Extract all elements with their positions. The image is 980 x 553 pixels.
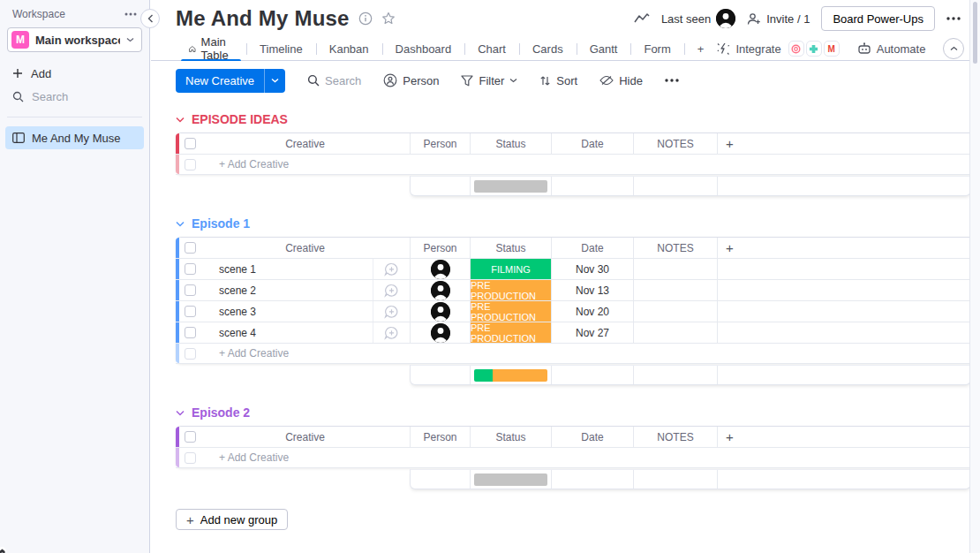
star-icon[interactable] <box>381 11 396 26</box>
add-new-group-button[interactable]: + Add new group <box>176 509 288 530</box>
notes-cell[interactable] <box>633 322 717 343</box>
column-header-creative[interactable]: Creative <box>200 427 410 447</box>
tab-gantt[interactable]: Gantt <box>577 37 631 60</box>
add-item-label[interactable]: + Add Creative <box>200 448 971 467</box>
row-checkbox[interactable] <box>185 306 196 317</box>
person-cell[interactable] <box>410 301 470 322</box>
open-updates-button[interactable] <box>373 301 410 322</box>
person-cell[interactable] <box>410 259 470 279</box>
sidebar-item-board[interactable]: Me And My Muse <box>5 126 144 149</box>
row-checkbox[interactable] <box>185 263 196 275</box>
row-checkbox[interactable] <box>185 159 196 170</box>
info-icon[interactable] <box>358 11 373 26</box>
table-row[interactable]: scene 4 PRE PRODUCTION Nov 27 <box>176 322 971 344</box>
chevron-down-icon[interactable] <box>176 410 185 416</box>
column-header-date[interactable]: Date <box>551 133 633 154</box>
add-column-button[interactable]: + <box>717 238 971 258</box>
column-header-date[interactable]: Date <box>551 238 633 258</box>
workspace-selector[interactable]: M Main workspace <box>7 27 142 52</box>
column-header-person[interactable]: Person <box>410 427 470 447</box>
tab-dashboard[interactable]: Dashboard <box>382 37 465 60</box>
sidebar-collapse-button[interactable] <box>140 9 160 28</box>
person-cell[interactable] <box>410 322 470 343</box>
automate-button[interactable]: Automate <box>857 42 926 56</box>
group-title[interactable]: Episode 2 <box>176 405 971 420</box>
column-header-person[interactable]: Person <box>410 133 470 154</box>
toolbar-menu-dots-icon[interactable] <box>665 79 679 82</box>
column-header-notes[interactable]: NOTES <box>633 238 717 258</box>
table-row[interactable]: scene 2 PRE PRODUCTION Nov 13 <box>176 280 971 301</box>
notes-cell[interactable] <box>633 259 717 279</box>
board-menu-dots-icon[interactable] <box>946 17 961 20</box>
status-cell[interactable]: PRE PRODUCTION <box>470 301 551 322</box>
item-name[interactable]: scene 2 <box>200 280 373 300</box>
select-all-checkbox[interactable] <box>185 431 196 443</box>
item-name[interactable]: scene 3 <box>200 301 373 322</box>
add-item-row[interactable]: + Add Creative <box>176 344 971 364</box>
last-seen[interactable]: Last seen <box>661 9 735 28</box>
date-cell[interactable]: Nov 20 <box>551 301 633 322</box>
chevron-down-icon[interactable] <box>176 117 185 123</box>
search-button[interactable]: Search <box>307 74 361 87</box>
open-updates-button[interactable] <box>373 259 410 279</box>
add-item-row[interactable]: + Add Creative <box>176 155 971 175</box>
status-battery[interactable] <box>474 473 547 486</box>
select-all-checkbox[interactable] <box>185 138 196 149</box>
board-power-ups-button[interactable]: Board Power-Ups <box>821 6 935 31</box>
notes-cell[interactable] <box>633 301 717 322</box>
tab-form[interactable]: Form <box>630 37 683 60</box>
new-item-button[interactable]: New Creative <box>176 69 285 93</box>
group-title[interactable]: EPISODE IDEAS <box>176 111 971 127</box>
scrollbar-thumb[interactable] <box>973 2 977 64</box>
right-scroll-rail[interactable] <box>969 0 980 553</box>
workspace-menu-dots-icon[interactable] <box>124 12 137 16</box>
date-cell[interactable]: Nov 13 <box>551 280 633 300</box>
status-battery[interactable] <box>474 369 547 382</box>
add-column-button[interactable]: + <box>717 133 971 154</box>
table-row[interactable]: scene 3 PRE PRODUCTION Nov 20 <box>176 301 971 322</box>
column-header-status[interactable]: Status <box>470 238 551 258</box>
invite-button[interactable]: Invite / 1 <box>747 12 810 26</box>
sort-button[interactable]: Sort <box>539 74 577 87</box>
tab-timeline[interactable]: Timeline <box>246 37 316 60</box>
tab-cards[interactable]: Cards <box>519 37 577 60</box>
status-battery[interactable] <box>474 180 547 193</box>
column-header-notes[interactable]: NOTES <box>633 133 717 154</box>
person-filter-button[interactable]: Person <box>383 73 439 87</box>
add-item-label[interactable]: + Add Creative <box>200 344 971 363</box>
sidebar-search[interactable]: Search <box>12 87 137 106</box>
add-item-row[interactable]: + Add Creative <box>176 448 971 468</box>
sidebar-add-button[interactable]: Add <box>12 64 137 83</box>
activity-icon[interactable] <box>634 13 650 24</box>
column-header-status[interactable]: Status <box>470 133 551 154</box>
date-cell[interactable]: Nov 30 <box>551 259 633 279</box>
status-cell[interactable]: PRE PRODUCTION <box>470 280 551 300</box>
add-item-label[interactable]: + Add Creative <box>200 155 971 174</box>
select-all-checkbox[interactable] <box>185 242 196 254</box>
row-checkbox[interactable] <box>185 348 196 360</box>
add-column-button[interactable]: + <box>717 427 971 447</box>
group-title[interactable]: Episode 1 <box>176 216 971 231</box>
integrate-button[interactable]: Integrate M <box>717 41 839 57</box>
column-header-status[interactable]: Status <box>470 427 551 447</box>
column-header-notes[interactable]: NOTES <box>633 427 717 447</box>
row-checkbox[interactable] <box>185 284 196 296</box>
item-name[interactable]: scene 1 <box>200 259 373 279</box>
column-header-creative[interactable]: Creative <box>200 238 410 258</box>
column-header-date[interactable]: Date <box>551 427 633 447</box>
item-name[interactable]: scene 4 <box>200 322 373 343</box>
open-updates-button[interactable] <box>373 322 410 343</box>
notes-cell[interactable] <box>633 280 717 300</box>
collapse-header-button[interactable] <box>943 38 964 59</box>
tab-chart[interactable]: Chart <box>464 37 519 60</box>
date-cell[interactable]: Nov 27 <box>551 322 633 343</box>
tab-kanban[interactable]: Kanban <box>316 37 382 60</box>
person-cell[interactable] <box>410 280 470 300</box>
row-checkbox[interactable] <box>185 327 196 338</box>
filter-button[interactable]: Filter <box>461 74 517 87</box>
new-item-dropdown[interactable] <box>264 69 285 93</box>
chevron-down-icon[interactable] <box>176 221 185 227</box>
table-row[interactable]: scene 1 FILMING Nov 30 <box>176 259 971 280</box>
tab-main-table[interactable]: Main Table <box>176 37 246 60</box>
hide-button[interactable]: Hide <box>599 74 643 87</box>
